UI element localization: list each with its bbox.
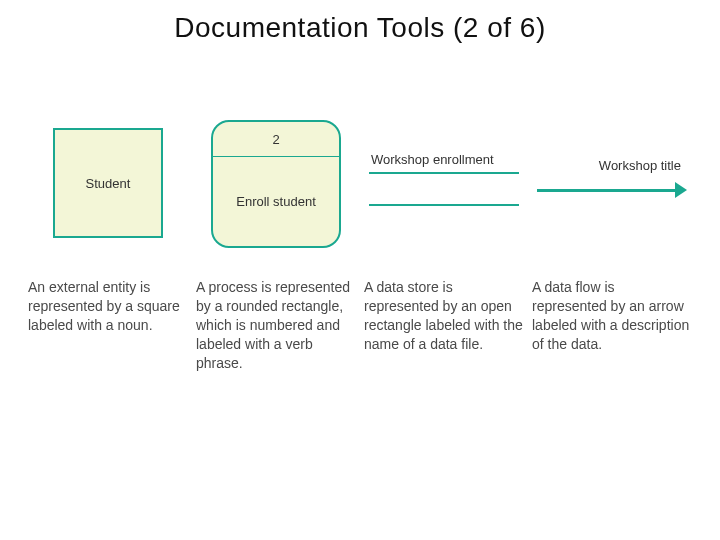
slide: Documentation Tools (2 of 6) Student 2 E… [0,0,720,540]
process-cell: 2 Enroll student [196,120,356,248]
datastore-cell: Workshop enrollment [364,120,524,206]
dataflow-cell: Workshop title [532,120,692,199]
arrow-line-icon [537,189,677,192]
process-label: Enroll student [213,157,339,246]
data-store-open-rect-icon: Workshop enrollment [369,152,519,206]
dataflow-description: A data flow is represented by an arrow l… [532,278,692,354]
symbols-row: Student 2 Enroll student Workshop enroll… [28,120,692,260]
open-rectangle-icon [369,172,519,206]
descriptions-row: An external entity is represented by a s… [28,278,692,372]
external-entity-square-icon: Student [53,128,163,238]
datastore-label: Workshop enrollment [369,152,519,172]
process-rounded-rect-icon: 2 Enroll student [211,120,341,248]
entity-label: Student [86,176,131,191]
process-description: A process is represented by a rounded re… [196,278,356,372]
dataflow-label: Workshop title [599,158,687,181]
entity-description: An external entity is represented by a s… [28,278,188,335]
datastore-description: A data store is represented by an open r… [364,278,524,354]
arrow-head-icon [675,182,687,198]
page-title: Documentation Tools (2 of 6) [0,12,720,44]
arrow-icon [537,181,687,199]
entity-cell: Student [28,120,188,238]
data-flow-arrow-icon: Workshop title [537,158,687,199]
process-number: 2 [213,122,339,157]
